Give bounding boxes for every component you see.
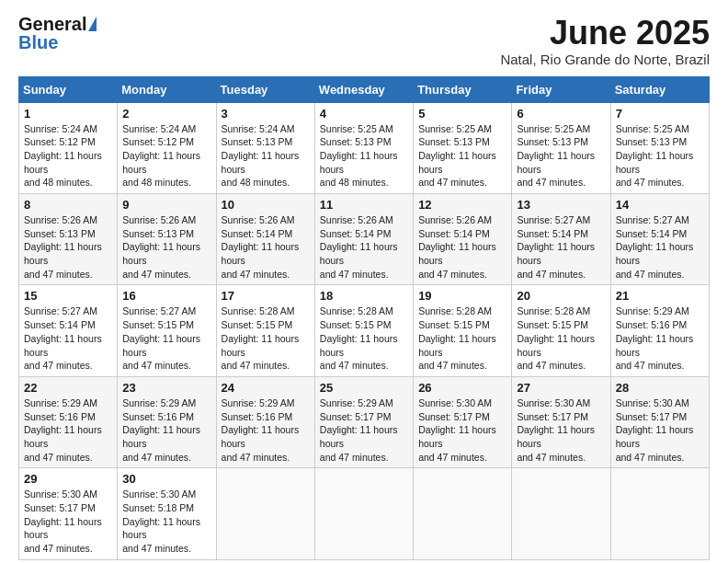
daylight-label: Daylight: 11 hours hours	[418, 241, 496, 266]
week-row-5: 29 Sunrise: 5:30 AM Sunset: 5:17 PM Dayl…	[19, 468, 710, 559]
calendar-cell: 12 Sunrise: 5:26 AM Sunset: 5:14 PM Dayl…	[414, 194, 512, 285]
day-info: Sunrise: 5:29 AM Sunset: 5:16 PM Dayligh…	[222, 396, 310, 464]
day-number: 14	[616, 198, 704, 212]
day-number: 11	[320, 198, 408, 212]
day-number: 15	[24, 289, 112, 303]
daylight-cont: and 48 minutes.	[320, 177, 389, 188]
daylight-cont: and 47 minutes.	[517, 360, 586, 371]
sunset-label: Sunset: 5:16 PM	[24, 411, 96, 422]
sunrise-label: Sunrise: 5:25 AM	[320, 123, 393, 134]
day-number: 20	[517, 289, 605, 303]
day-info: Sunrise: 5:29 AM Sunset: 5:16 PM Dayligh…	[616, 304, 704, 372]
day-number: 19	[418, 289, 506, 303]
day-number: 6	[517, 107, 605, 121]
week-row-3: 15 Sunrise: 5:27 AM Sunset: 5:14 PM Dayl…	[19, 285, 710, 376]
daylight-label: Daylight: 11 hours hours	[320, 424, 398, 449]
daylight-label: Daylight: 11 hours hours	[222, 150, 300, 175]
calendar-table: Sunday Monday Tuesday Wednesday Thursday…	[18, 76, 710, 560]
daylight-cont: and 47 minutes.	[222, 360, 290, 371]
daylight-cont: and 47 minutes.	[320, 452, 389, 463]
calendar-cell: 11 Sunrise: 5:26 AM Sunset: 5:14 PM Dayl…	[314, 194, 413, 285]
sunset-label: Sunset: 5:12 PM	[24, 136, 96, 147]
day-number: 21	[616, 289, 704, 303]
daylight-label: Daylight: 11 hours hours	[616, 333, 694, 358]
day-info: Sunrise: 5:30 AM Sunset: 5:17 PM Dayligh…	[517, 396, 605, 464]
sunrise-label: Sunrise: 5:27 AM	[122, 305, 196, 316]
sunset-label: Sunset: 5:14 PM	[24, 319, 96, 330]
daylight-label: Daylight: 11 hours hours	[320, 333, 398, 358]
daylight-cont: and 47 minutes.	[24, 543, 93, 554]
week-row-2: 8 Sunrise: 5:26 AM Sunset: 5:13 PM Dayli…	[19, 194, 710, 285]
sunset-label: Sunset: 5:13 PM	[122, 228, 194, 239]
daylight-cont: and 47 minutes.	[517, 177, 586, 188]
logo-blue-text: Blue	[18, 33, 58, 52]
day-number: 24	[222, 381, 310, 395]
daylight-cont: and 47 minutes.	[222, 452, 290, 463]
day-info: Sunrise: 5:26 AM Sunset: 5:13 PM Dayligh…	[122, 213, 210, 281]
calendar-cell: 22 Sunrise: 5:29 AM Sunset: 5:16 PM Dayl…	[19, 376, 118, 467]
daylight-cont: and 47 minutes.	[517, 452, 586, 463]
sunset-label: Sunset: 5:13 PM	[517, 136, 588, 147]
sunset-label: Sunset: 5:17 PM	[320, 411, 392, 422]
sunrise-label: Sunrise: 5:29 AM	[24, 397, 97, 408]
daylight-cont: and 47 minutes.	[24, 452, 93, 463]
day-info: Sunrise: 5:30 AM Sunset: 5:17 PM Dayligh…	[616, 396, 704, 464]
calendar-cell: 13 Sunrise: 5:27 AM Sunset: 5:14 PM Dayl…	[512, 194, 610, 285]
day-number: 27	[517, 381, 605, 395]
day-info: Sunrise: 5:26 AM Sunset: 5:13 PM Dayligh…	[24, 213, 112, 281]
day-info: Sunrise: 5:27 AM Sunset: 5:14 PM Dayligh…	[24, 304, 112, 372]
col-friday: Friday	[512, 76, 610, 102]
day-info: Sunrise: 5:27 AM Sunset: 5:14 PM Dayligh…	[517, 213, 605, 281]
sunrise-label: Sunrise: 5:29 AM	[616, 305, 689, 316]
day-info: Sunrise: 5:29 AM Sunset: 5:16 PM Dayligh…	[24, 396, 112, 464]
sunset-label: Sunset: 5:16 PM	[122, 411, 194, 422]
calendar-cell: 24 Sunrise: 5:29 AM Sunset: 5:16 PM Dayl…	[216, 376, 314, 467]
daylight-cont: and 47 minutes.	[616, 452, 685, 463]
sunrise-label: Sunrise: 5:29 AM	[122, 397, 196, 408]
daylight-cont: and 47 minutes.	[122, 543, 191, 554]
sunrise-label: Sunrise: 5:30 AM	[24, 488, 97, 500]
day-number: 17	[222, 289, 310, 303]
sunset-label: Sunset: 5:13 PM	[320, 136, 392, 147]
day-number: 7	[616, 107, 704, 121]
day-info: Sunrise: 5:25 AM Sunset: 5:13 PM Dayligh…	[418, 122, 506, 190]
calendar-cell: 6 Sunrise: 5:25 AM Sunset: 5:13 PM Dayli…	[512, 102, 610, 193]
sunrise-label: Sunrise: 5:26 AM	[122, 214, 196, 225]
day-number: 25	[320, 381, 408, 395]
day-number: 12	[418, 198, 506, 212]
sunset-label: Sunset: 5:17 PM	[418, 411, 490, 422]
day-info: Sunrise: 5:27 AM Sunset: 5:14 PM Dayligh…	[616, 213, 704, 281]
day-number: 4	[320, 107, 408, 121]
sunset-label: Sunset: 5:12 PM	[122, 136, 194, 147]
daylight-label: Daylight: 11 hours hours	[517, 424, 595, 449]
calendar-cell: 2 Sunrise: 5:24 AM Sunset: 5:12 PM Dayli…	[118, 102, 216, 193]
sunset-label: Sunset: 5:14 PM	[517, 228, 588, 239]
location-title: Natal, Rio Grande do Norte, Brazil	[500, 52, 710, 67]
sunset-label: Sunset: 5:17 PM	[24, 502, 96, 513]
sunrise-label: Sunrise: 5:25 AM	[418, 123, 492, 134]
sunset-label: Sunset: 5:13 PM	[222, 136, 293, 147]
calendar-cell: 21 Sunrise: 5:29 AM Sunset: 5:16 PM Dayl…	[610, 285, 709, 376]
daylight-label: Daylight: 11 hours hours	[616, 150, 694, 175]
col-saturday: Saturday	[610, 76, 709, 102]
daylight-label: Daylight: 11 hours hours	[320, 150, 398, 175]
daylight-label: Daylight: 11 hours hours	[418, 333, 496, 358]
day-number: 26	[418, 381, 506, 395]
daylight-cont: and 47 minutes.	[222, 269, 290, 280]
day-info: Sunrise: 5:26 AM Sunset: 5:14 PM Dayligh…	[222, 213, 310, 281]
daylight-cont: and 47 minutes.	[418, 177, 487, 188]
day-number: 5	[418, 107, 506, 121]
daylight-cont: and 47 minutes.	[320, 269, 389, 280]
calendar-cell: 20 Sunrise: 5:28 AM Sunset: 5:15 PM Dayl…	[512, 285, 610, 376]
calendar-cell: 25 Sunrise: 5:29 AM Sunset: 5:17 PM Dayl…	[314, 376, 413, 467]
day-number: 28	[616, 381, 704, 395]
month-title: June 2025	[500, 15, 710, 52]
daylight-label: Daylight: 11 hours hours	[418, 424, 496, 449]
daylight-cont: and 47 minutes.	[122, 269, 191, 280]
sunrise-label: Sunrise: 5:26 AM	[24, 214, 97, 225]
col-sunday: Sunday	[19, 76, 118, 102]
calendar-cell	[414, 468, 512, 559]
day-info: Sunrise: 5:28 AM Sunset: 5:15 PM Dayligh…	[517, 304, 605, 372]
daylight-label: Daylight: 11 hours hours	[222, 333, 300, 358]
calendar-cell: 14 Sunrise: 5:27 AM Sunset: 5:14 PM Dayl…	[610, 194, 709, 285]
